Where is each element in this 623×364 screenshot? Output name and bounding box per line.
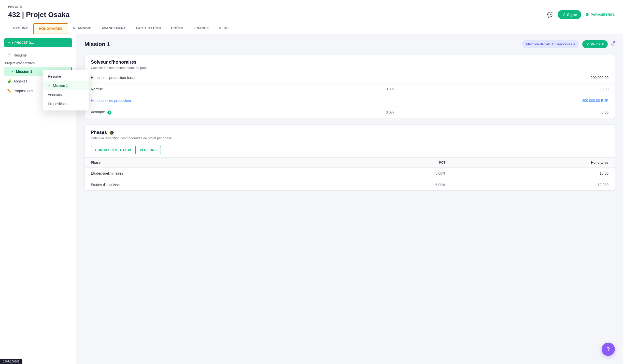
help-button[interactable]: ? <box>602 343 615 356</box>
add-project-button[interactable]: + + PROJET D... <box>4 38 72 47</box>
phase-etudes-esquisse-pct: 6.00% <box>329 179 452 190</box>
mission-header: Mission 1 Méthode de calcul : Honoraires… <box>84 40 615 48</box>
dropdown-item-annexes[interactable]: Annexes <box>43 90 89 99</box>
breadcrumb: PROJETS <box>8 5 615 8</box>
phases-section: Phases 🎓 Définir la répartition des hono… <box>84 124 615 191</box>
dropdown-mission1-label: Mission 1 <box>53 83 68 88</box>
solveur-subtitle: Calculer les honoraires totaux du projet <box>91 66 608 70</box>
dropdown-annexes-label: Annexes <box>48 93 62 97</box>
main: + + PROJET D... 📄 Résumé Projets d'honor… <box>0 34 623 364</box>
sidebar-item-resume[interactable]: 📄 Résumé <box>4 51 72 59</box>
phases-subtitle: Définir la répartition des honoraires de… <box>91 136 608 140</box>
dropdown-item-resume[interactable]: Résumé <box>43 72 89 81</box>
table-row: Acompte i 0.0% 0.00 <box>85 106 615 118</box>
row-honoraires-base-pct <box>343 72 437 83</box>
table-row: Honoraires de production 200 000.00 EUR <box>85 95 615 106</box>
header-top: 432 | Projet Osaka 💬 ✓ Signé ⚙ PARAMÈTRE… <box>8 10 615 19</box>
mission1-check-icon: ✓ <box>11 69 14 74</box>
params-label: PARAMÈTRES <box>591 13 615 17</box>
calc-method-label: Méthode de calcul : Honoraires <box>526 42 572 46</box>
bottom-bar: 2487/209605 <box>0 359 22 364</box>
tab-finance[interactable]: FINANCE <box>188 23 214 34</box>
table-row: Études préliminaires 5.00% 10 00 <box>85 167 615 179</box>
signed-button[interactable]: ✓ Signé <box>558 10 581 19</box>
dropdown-propositions-label: Propositions <box>48 102 67 106</box>
gear-icon: ⚙ <box>585 12 589 17</box>
row-hon-production-value: 200 000.00 EUR <box>437 95 615 106</box>
dropdown-menu: Résumé ✓ Mission 1 Annexes Propositions <box>43 70 89 110</box>
project-title: 432 | Projet Osaka <box>8 11 69 19</box>
help-icon: ? <box>606 346 610 353</box>
mission-title: Mission 1 <box>84 41 110 48</box>
tab-honoraires[interactable]: HONORAIRES <box>33 23 68 34</box>
phases-tab-honoraires-totaux[interactable]: HONORAIRES TOTAUX <box>91 146 135 154</box>
app-container: PROJETS 432 | Projet Osaka 💬 ✓ Signé ⚙ P… <box>0 0 623 364</box>
row-acompte-value: 0.00 <box>437 106 615 118</box>
valide-button[interactable]: ✓ Valide ▾ <box>582 40 608 48</box>
mission-controls: Méthode de calcul : Honoraires ▾ ✓ Valid… <box>522 40 615 48</box>
calc-method-button[interactable]: Méthode de calcul : Honoraires ▾ <box>522 40 579 48</box>
phase-etudes-esquisse-label: Études d'esquisse <box>85 179 329 190</box>
sidebar-item-mission1-label: Mission 1 <box>16 69 32 74</box>
phase-etudes-esquisse-hon: 12 000 <box>452 179 615 190</box>
params-button[interactable]: ⚙ PARAMÈTRES <box>585 12 615 17</box>
settings-dot <box>613 41 615 43</box>
table-row: Remise 0.0% 0.00 <box>85 83 615 95</box>
col-phase: Phase <box>85 157 329 167</box>
tab-avancement[interactable]: AVANCEMENT <box>97 23 131 34</box>
valide-chevron-icon: ▾ <box>602 42 604 46</box>
phases-icon: 🎓 <box>109 130 115 136</box>
phases-title: Phases <box>91 130 107 135</box>
header-actions: 💬 ✓ Signé ⚙ PARAMÈTRES <box>547 10 615 19</box>
chevron-down-icon: ▾ <box>573 42 575 46</box>
solveur-title: Solveur d'honoraires <box>91 60 608 65</box>
signed-check-icon: ✓ <box>562 12 565 17</box>
row-remise-pct: 0.0% <box>343 83 437 95</box>
row-hon-production-pct <box>343 95 437 106</box>
phases-table: Phase PCT Honoraires Études préliminaire… <box>85 157 615 190</box>
add-project-label: + PROJET D... <box>12 41 34 45</box>
acompte-info-icon[interactable]: i <box>107 110 111 115</box>
tab-planning[interactable]: PLANNING <box>68 23 97 34</box>
phases-table-header-row: Phase PCT Honoraires <box>85 157 615 167</box>
solveur-table: Honoraires production base 200 000.00 Re… <box>85 72 615 118</box>
sidebar-item-annexes-label: Annexes <box>13 79 27 83</box>
nav-tabs: RÉSUMÉ HONORAIRES PLANNING AVANCEMENT FA… <box>8 23 615 34</box>
row-honoraires-base-label: Honoraires production base <box>85 72 343 83</box>
session-id: 2487/209605 <box>3 360 19 363</box>
phases-tab-versions[interactable]: VERSIONS <box>135 146 161 154</box>
table-row: Honoraires production base 200 000.00 <box>85 72 615 83</box>
comment-icon[interactable]: 💬 <box>547 12 554 18</box>
row-acompte-label: Acompte i <box>85 106 343 118</box>
tab-couts[interactable]: COÛTS <box>166 23 188 34</box>
puzzle-icon: 🧩 <box>7 79 11 83</box>
sidebar-item-propositions-label: Propositions <box>13 89 33 93</box>
mission-settings-button[interactable]: ⚙ <box>611 41 615 47</box>
resume-label: Résumé <box>13 53 27 57</box>
solveur-section: Solveur d'honoraires Calculer les honora… <box>84 54 615 118</box>
row-hon-production-label[interactable]: Honoraires de production <box>85 95 343 106</box>
phase-etudes-prelim-label: Études préliminaires <box>85 167 329 179</box>
dropdown-resume-label: Résumé <box>48 74 61 78</box>
dropdown-mission1-check-icon: ✓ <box>48 83 51 88</box>
dropdown-item-mission1[interactable]: ✓ Mission 1 <box>43 81 89 90</box>
tab-facturation[interactable]: FACTURATION <box>131 23 166 34</box>
drag-icon: ≡ <box>7 70 9 73</box>
table-row: Études d'esquisse 6.00% 12 000 <box>85 179 615 190</box>
sidebar-section-label: Projets d'honoraires <box>4 61 72 65</box>
row-honoraires-base-value: 200 000.00 <box>437 72 615 83</box>
valide-check-icon: ✓ <box>586 42 589 46</box>
solveur-header: Solveur d'honoraires Calculer les honora… <box>85 54 615 72</box>
phase-etudes-prelim-hon: 10 00 <box>452 167 615 179</box>
phases-tabs: HONORAIRES TOTAUX VERSIONS <box>85 142 615 154</box>
row-remise-value: 0.00 <box>437 83 615 95</box>
tab-plus[interactable]: PLUS <box>214 23 234 34</box>
phase-etudes-prelim-pct: 5.00% <box>329 167 452 179</box>
row-acompte-pct: 0.0% <box>343 106 437 118</box>
signed-label: Signé <box>567 13 577 17</box>
plus-icon: + <box>8 41 10 45</box>
col-pct: PCT <box>329 157 452 167</box>
col-honoraires: Honoraires <box>452 157 615 167</box>
dropdown-item-propositions[interactable]: Propositions <box>43 99 89 108</box>
tab-resume[interactable]: RÉSUMÉ <box>8 23 33 34</box>
